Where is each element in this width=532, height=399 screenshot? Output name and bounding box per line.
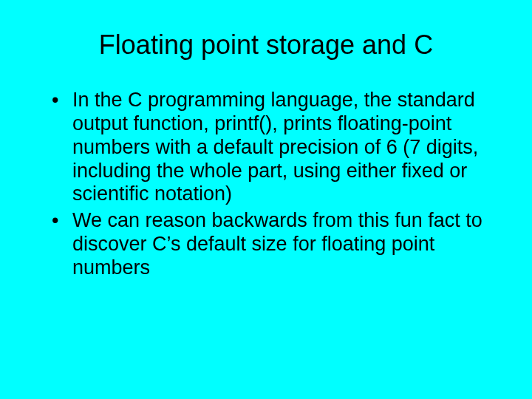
bullet-list: In the C programming language, the stand… — [26, 89, 506, 280]
list-item: In the C programming language, the stand… — [52, 89, 491, 206]
list-item: We can reason backwards from this fun fa… — [52, 209, 491, 280]
slide-title: Floating point storage and C — [26, 30, 506, 61]
slide: Floating point storage and C In the C pr… — [0, 0, 532, 399]
